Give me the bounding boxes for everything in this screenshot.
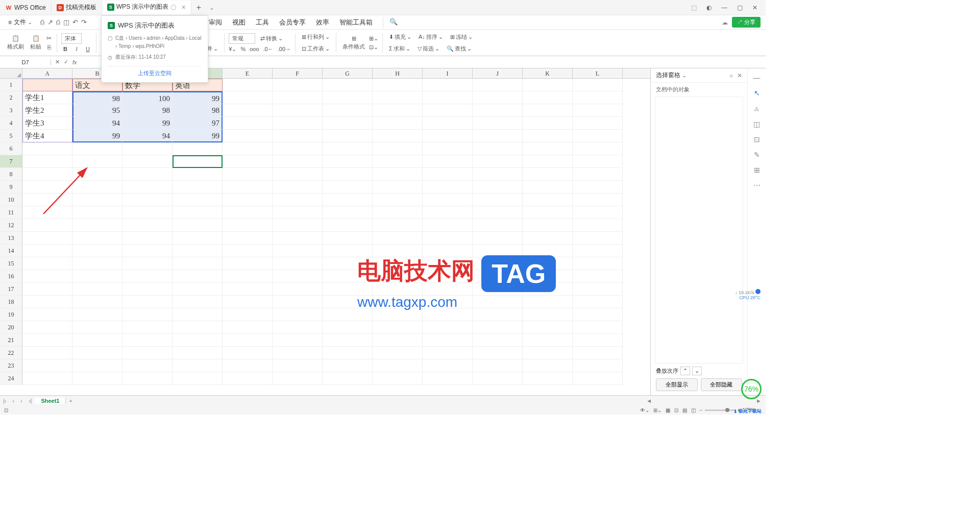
maximize-button[interactable]: ▢ <box>735 3 744 12</box>
sheet-nav-prev[interactable]: ‹ <box>10 398 18 404</box>
row-9[interactable]: 9 <box>0 181 22 194</box>
percent-icon[interactable]: % <box>240 46 246 52</box>
pin-icon[interactable]: ⟐ <box>729 72 733 79</box>
close-pane-button[interactable]: ✕ <box>737 72 742 79</box>
inc-dec-icon[interactable]: .0← <box>263 46 274 52</box>
row-18[interactable]: 18 <box>0 296 22 308</box>
search-icon[interactable]: 🔍 <box>383 17 398 28</box>
cloud-icon[interactable]: ☁ <box>722 19 728 26</box>
user-icon[interactable]: ◐ <box>704 3 714 12</box>
row-24[interactable]: 24 <box>0 372 22 385</box>
tab-dropdown-icon[interactable]: ⌄ <box>206 4 217 11</box>
style1-icon[interactable]: ⊞⌄ <box>369 35 378 42</box>
tool1-icon[interactable]: ⊡ <box>754 135 760 143</box>
view-layout-icon[interactable]: ⊡ <box>674 407 678 413</box>
row-4[interactable]: 4 <box>0 117 22 130</box>
cond-format-button[interactable]: ⊞ 条件格式 <box>340 35 367 51</box>
menu-tab-view[interactable]: 视图 <box>232 17 246 28</box>
row-6[interactable]: 6 <box>0 142 22 155</box>
row-12[interactable]: 12 <box>0 219 22 232</box>
fx-icon[interactable]: fx <box>72 59 77 65</box>
cube-icon[interactable]: ⬚ <box>689 3 698 12</box>
tab-active-doc[interactable]: S WPS 演示中的图表 ◯ × <box>102 1 191 15</box>
row-5[interactable]: 5 <box>0 130 22 142</box>
row-23[interactable]: 23 <box>0 359 22 372</box>
style2-icon[interactable]: ⊡⌄ <box>369 44 378 51</box>
view-page-icon[interactable]: ▤ <box>682 407 687 413</box>
cell[interactable] <box>223 79 273 91</box>
col-G[interactable]: G <box>323 68 373 78</box>
down-button[interactable]: ⌄ <box>692 367 702 375</box>
status-indicator-icon[interactable]: ⊡ <box>4 407 8 413</box>
close-tab-button[interactable]: × <box>181 3 185 11</box>
cell-B2[interactable]: 98 <box>72 91 122 104</box>
select-all-corner[interactable] <box>0 68 22 78</box>
save-icon[interactable]: ⎙ <box>40 18 44 26</box>
row-3[interactable]: 3 <box>0 104 22 117</box>
number-format-select[interactable]: 常规 <box>229 33 255 44</box>
tool2-icon[interactable]: ✎ <box>754 151 760 159</box>
preview-icon[interactable]: ◫ <box>63 18 69 26</box>
font-name-select[interactable]: 宋体 <box>61 33 82 44</box>
rowcol-button[interactable]: ⊞行和列⌄ <box>300 32 332 42</box>
col-K[interactable]: K <box>523 68 573 78</box>
row-21[interactable]: 21 <box>0 334 22 347</box>
freeze-button[interactable]: ⊞冻结⌄ <box>448 32 475 42</box>
cancel-icon[interactable]: ✕ <box>55 59 60 65</box>
share-button[interactable]: ↗ 分享 <box>732 17 761 28</box>
hscroll-right[interactable]: ► <box>756 398 762 404</box>
dec-inc-icon[interactable]: .00→ <box>278 46 291 52</box>
zoom-out-button[interactable]: − <box>700 407 703 413</box>
file-menu[interactable]: ≡ 文件 ⌄ <box>5 18 35 27</box>
col-E[interactable]: E <box>223 68 273 78</box>
currency-icon[interactable]: ¥⌄ <box>229 46 236 53</box>
add-sheet-button[interactable]: + <box>66 398 75 404</box>
convert-button[interactable]: ⇄转换⌄ <box>258 34 285 43</box>
row-14[interactable]: 14 <box>0 245 22 257</box>
underline-button[interactable]: U <box>84 46 92 52</box>
row-16[interactable]: 16 <box>0 270 22 283</box>
sheet-nav-last[interactable]: ›| <box>26 398 35 404</box>
chevron-down-icon[interactable]: ⌄ <box>682 73 687 78</box>
row-11[interactable]: 11 <box>0 206 22 219</box>
eye-icon[interactable]: 👁⌄ <box>640 407 649 413</box>
name-box[interactable]: D7 <box>0 59 51 65</box>
sheet-tab-1[interactable]: Sheet1 <box>35 398 66 404</box>
menu-tab-efficiency[interactable]: 效率 <box>316 17 329 28</box>
sort-button[interactable]: A↓排序⌄ <box>416 32 445 42</box>
comma-icon[interactable]: ooo <box>250 46 259 52</box>
tool3-icon[interactable]: ⊞ <box>754 166 760 174</box>
format-painter-group[interactable]: 📋 格式刷 <box>5 35 26 51</box>
row-22[interactable]: 22 <box>0 347 22 359</box>
find-button[interactable]: 🔍查找⌄ <box>445 44 474 54</box>
cut-icon[interactable]: ✂ <box>45 35 53 42</box>
sheet-nav-next[interactable]: › <box>17 398 26 404</box>
menu-tab-review[interactable]: 审阅 <box>209 17 222 28</box>
panel-icon[interactable]: ◫ <box>753 120 760 128</box>
row-19[interactable]: 19 <box>0 308 22 321</box>
filter-button[interactable]: ▽筛选⌄ <box>415 44 442 54</box>
hscroll-track[interactable] <box>653 398 755 404</box>
italic-button[interactable]: I <box>72 46 81 52</box>
paste-group[interactable]: 📋 粘贴 <box>28 35 43 51</box>
row-10[interactable]: 10 <box>0 194 22 206</box>
more-icon[interactable]: ⋯ <box>753 181 761 189</box>
row-20[interactable]: 20 <box>0 321 22 334</box>
menu-tab-vip[interactable]: 会员专享 <box>279 17 306 28</box>
view-normal-icon[interactable]: ▦ <box>666 407 670 413</box>
view-read-icon[interactable]: ◫ <box>691 407 696 413</box>
select-icon[interactable]: ↖ <box>754 89 760 97</box>
col-H[interactable]: H <box>373 68 423 78</box>
row-8[interactable]: 8 <box>0 168 22 181</box>
hide-all-button[interactable]: 全部隐藏 <box>701 378 743 391</box>
tab-wps-office[interactable]: W WPS Office <box>0 1 52 15</box>
col-L[interactable]: L <box>573 68 623 78</box>
hscroll-left[interactable]: ◄ <box>646 398 652 404</box>
fill-button[interactable]: ⬇填充⌄ <box>387 32 413 42</box>
add-tab-button[interactable]: + <box>191 3 206 12</box>
col-F[interactable]: F <box>273 68 323 78</box>
sum-button[interactable]: Σ求和⌄ <box>387 44 412 54</box>
copy-icon[interactable]: ⎘ <box>45 44 53 51</box>
redo-icon[interactable]: ↷ <box>81 18 87 26</box>
sheet-nav-first[interactable]: |‹ <box>0 398 10 404</box>
